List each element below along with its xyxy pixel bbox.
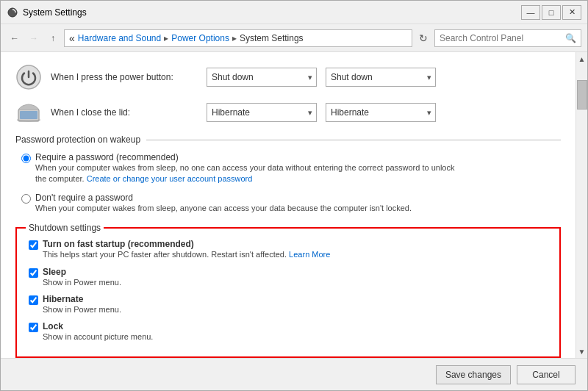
divider-line-1: [146, 140, 561, 140]
scroll-down-button[interactable]: ▼: [576, 345, 588, 358]
no-password-text: Don't require a password When your compu…: [35, 193, 412, 214]
forward-button[interactable]: →: [26, 30, 42, 46]
title-bar-controls: — □ ✕: [521, 5, 581, 20]
power-button-dropdown2[interactable]: Do nothing Sleep Hibernate Shut down Tur…: [326, 68, 436, 87]
password-section-divider: Password protection on wakeup: [15, 134, 561, 145]
sleep-title: Sleep: [43, 267, 121, 277]
power-button-dropdown1-wrapper: Do nothing Sleep Hibernate Shut down Tur…: [207, 68, 317, 87]
require-password-text: Require a password (recommended) When yo…: [35, 152, 462, 185]
power-button-icon: [15, 64, 42, 90]
power-button-label: When I press the power button:: [51, 72, 198, 82]
breadcrumb-current: System Settings: [240, 33, 304, 43]
sleep-desc: Show in Power menu.: [43, 277, 121, 288]
power-button-row: When I press the power button: Do nothin…: [15, 64, 561, 90]
lock-desc: Show in account picture menu.: [43, 331, 153, 342]
lock-title: Lock: [43, 321, 153, 331]
fast-startup-row: Turn on fast startup (recommended) This …: [29, 239, 551, 260]
cancel-button[interactable]: Cancel: [517, 365, 576, 384]
breadcrumb-icon: «: [69, 32, 75, 44]
change-password-link[interactable]: Create or change your user account passw…: [87, 174, 253, 183]
password-section-title: Password protection on wakeup: [15, 134, 146, 145]
no-password-title: Don't require a password: [35, 193, 412, 203]
lid-row: When I close the lid: Do nothing Sleep H…: [15, 99, 561, 126]
lid-dropdown2[interactable]: Do nothing Sleep Hibernate Shut down: [326, 103, 436, 122]
sleep-checkbox[interactable]: [29, 268, 38, 278]
save-changes-button[interactable]: Save changes: [436, 365, 511, 384]
minimize-button[interactable]: —: [521, 5, 540, 20]
breadcrumb-sep-2: ▸: [232, 33, 237, 43]
fast-startup-checkbox[interactable]: [29, 240, 38, 250]
sleep-row: Sleep Show in Power menu.: [29, 267, 551, 288]
breadcrumb-sep-1: ▸: [164, 33, 168, 43]
content-area: When I press the power button: Do nothin…: [1, 52, 587, 358]
fast-startup-title: Turn on fast startup (recommended): [43, 239, 330, 249]
lid-dropdown1-wrapper: Do nothing Sleep Hibernate Shut down: [207, 103, 317, 122]
footer: Save changes Cancel: [1, 358, 587, 390]
no-password-option: Don't require a password When your compu…: [21, 193, 561, 214]
system-settings-window: System Settings — □ ✕ ← → ↑ « Hardware a…: [0, 0, 588, 391]
require-password-radio[interactable]: [21, 154, 31, 163]
title-bar-title: System Settings: [23, 7, 521, 18]
sleep-text: Sleep Show in Power menu.: [43, 267, 121, 288]
no-password-radio[interactable]: [21, 194, 31, 204]
password-radio-group: Require a password (recommended) When yo…: [21, 152, 561, 214]
learn-more-link[interactable]: Learn More: [289, 250, 330, 259]
power-button-dropdown1[interactable]: Do nothing Sleep Hibernate Shut down Tur…: [207, 68, 317, 87]
scroll-up-button[interactable]: ▲: [576, 52, 588, 65]
scrollbar-thumb[interactable]: [577, 80, 587, 110]
maximize-button[interactable]: □: [542, 5, 561, 20]
scrollbar[interactable]: ▲ ▼: [576, 52, 587, 358]
lock-text: Lock Show in account picture menu.: [43, 321, 153, 342]
fast-startup-text: Turn on fast startup (recommended) This …: [43, 239, 330, 260]
hibernate-desc: Show in Power menu.: [43, 304, 121, 315]
up-button[interactable]: ↑: [45, 30, 61, 46]
power-button-dropdown2-wrapper: Do nothing Sleep Hibernate Shut down Tur…: [326, 68, 436, 87]
back-button[interactable]: ←: [7, 30, 23, 46]
shutdown-fieldset: Shutdown settings Turn on fast startup (…: [15, 223, 561, 358]
breadcrumb: « Hardware and Sound ▸ Power Options ▸ S…: [64, 29, 412, 47]
shutdown-legend: Shutdown settings: [26, 223, 104, 233]
title-bar-icon: [7, 7, 18, 18]
require-password-option: Require a password (recommended) When yo…: [21, 152, 561, 185]
breadcrumb-power[interactable]: Power Options: [171, 33, 229, 43]
breadcrumb-hardware[interactable]: Hardware and Sound: [78, 33, 161, 43]
close-button[interactable]: ✕: [562, 5, 581, 20]
nav-bar: ← → ↑ « Hardware and Sound ▸ Power Optio…: [1, 24, 587, 52]
lid-dropdown2-wrapper: Do nothing Sleep Hibernate Shut down: [326, 103, 436, 122]
require-password-desc1: When your computer wakes from sleep, no …: [35, 163, 383, 172]
refresh-button[interactable]: ↻: [415, 30, 431, 46]
require-password-title: Require a password (recommended): [35, 152, 462, 162]
search-input[interactable]: [440, 33, 565, 43]
no-password-desc: When your computer wakes from sleep, any…: [35, 203, 412, 214]
hibernate-checkbox[interactable]: [29, 295, 38, 305]
hibernate-title: Hibernate: [43, 294, 121, 304]
fast-startup-desc: This helps start your PC faster after sh…: [43, 249, 330, 260]
search-box: 🔍: [434, 29, 581, 47]
lock-checkbox[interactable]: [29, 323, 38, 332]
lid-label: When I close the lid:: [51, 107, 198, 118]
hibernate-row: Hibernate Show in Power menu.: [29, 294, 551, 315]
hibernate-text: Hibernate Show in Power menu.: [43, 294, 121, 315]
svg-rect-3: [20, 111, 37, 119]
shutdown-items: Turn on fast startup (recommended) This …: [29, 239, 551, 343]
fast-startup-desc-text: This helps start your PC faster after sh…: [43, 250, 287, 259]
lid-close-icon: [15, 99, 42, 126]
main-content: When I press the power button: Do nothin…: [1, 52, 576, 358]
search-icon: 🔍: [565, 33, 576, 43]
title-bar: System Settings — □ ✕: [1, 1, 587, 24]
require-password-desc: When your computer wakes from sleep, no …: [35, 162, 462, 185]
lock-row: Lock Show in account picture menu.: [29, 321, 551, 342]
lid-dropdown1[interactable]: Do nothing Sleep Hibernate Shut down: [207, 103, 317, 122]
